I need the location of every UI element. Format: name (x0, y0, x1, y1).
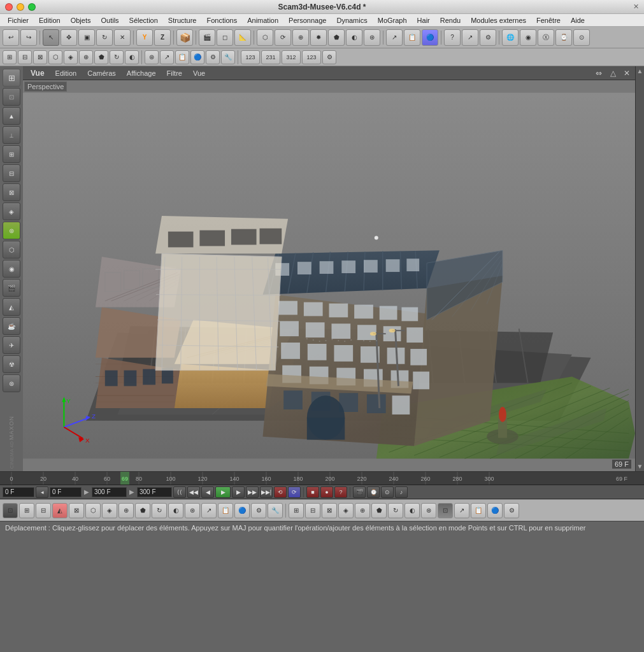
sidebar-mode-btn[interactable]: ⊞ (3, 69, 20, 87)
vp-menu-vue[interactable]: Vue (188, 66, 210, 80)
tb2-btn6[interactable]: ⊕ (79, 50, 93, 64)
tb2-btn9[interactable]: ◐ (125, 50, 139, 64)
sidebar-btn10[interactable]: ◉ (3, 260, 20, 278)
btb-btn20[interactable]: ⊠ (322, 503, 337, 518)
menu-mograph[interactable]: MoGraph (373, 14, 412, 26)
btb-btn7[interactable]: ◈ (102, 503, 117, 518)
min-frame-field[interactable] (137, 487, 172, 497)
sidebar-btn9[interactable]: ⬡ (3, 241, 20, 259)
layout-btn[interactable]: ↗ (462, 29, 478, 46)
vp-expand-icon[interactable]: ⇔ (593, 67, 605, 79)
tb2-btn11[interactable]: ↗ (160, 50, 174, 64)
menu-personnage[interactable]: Personnage (283, 14, 331, 26)
tb2-btn5[interactable]: ◈ (64, 50, 78, 64)
btb-btn28[interactable]: ↗ (454, 503, 469, 518)
btb-btn22[interactable]: ⊕ (355, 503, 370, 518)
sidebar-btn15[interactable]: ☢ (3, 355, 20, 373)
menu-modules[interactable]: Modules externes (466, 14, 531, 26)
btb-btn4[interactable]: ◭ (52, 503, 68, 518)
sidebar-btn13[interactable]: ☕ (3, 317, 20, 335)
coord-xyz-btn[interactable]: 123 (241, 50, 260, 64)
tb2-btn4[interactable]: ⬡ (48, 50, 62, 64)
btb-btn3[interactable]: ⊟ (36, 503, 51, 518)
render-all[interactable]: 📋 (404, 29, 420, 46)
y-tool[interactable]: Y (136, 29, 153, 46)
menu-animation[interactable]: Animation (242, 14, 283, 26)
sidebar-btn12[interactable]: ◭ (3, 298, 20, 316)
vp-close-icon[interactable]: ✕ (621, 67, 633, 79)
btb-btn1[interactable]: ⊡ (3, 503, 18, 518)
btb-btn8[interactable]: ⊕ (118, 503, 134, 518)
menu-objets[interactable]: Objets (66, 14, 96, 26)
3d-viewport[interactable]: Perspective (23, 80, 635, 471)
material-btn[interactable]: ◉ (520, 29, 536, 46)
menu-rendu[interactable]: Rendu (435, 14, 466, 26)
tb2-btn12[interactable]: 📋 (175, 50, 189, 64)
tb2-btn3[interactable]: ⊠ (33, 50, 47, 64)
start-frame-field[interactable] (50, 487, 82, 497)
btb-btn9[interactable]: ⬟ (135, 503, 150, 518)
record-btn[interactable]: ⟲ (274, 486, 287, 498)
close-button[interactable] (5, 3, 13, 11)
btb-btn19[interactable]: ⊟ (305, 503, 320, 518)
vp-menu-cameras[interactable]: Caméras (82, 66, 121, 80)
coord-xyz-btn2[interactable]: 231 (261, 50, 280, 64)
paint-tool[interactable]: ◐ (346, 29, 362, 46)
next-step[interactable]: ▶ (232, 486, 245, 498)
nurbs-tool[interactable]: ⊕ (292, 29, 309, 46)
btb-btn17[interactable]: 🔧 (268, 503, 283, 518)
tb2-btn1[interactable]: ⊞ (3, 50, 17, 64)
minimize-button[interactable] (17, 3, 24, 11)
sidebar-btn7[interactable]: ◈ (3, 202, 20, 220)
next-frame[interactable]: ▶▶ (246, 486, 259, 498)
go-to-start[interactable]: ⟨⟨ (173, 486, 186, 498)
btb-btn30[interactable]: 🔵 (487, 503, 503, 518)
prev-step[interactable]: ◀ (201, 486, 214, 498)
floor-tool[interactable]: 📐 (234, 29, 251, 46)
rotate-tool[interactable]: ↻ (96, 29, 113, 46)
menu-outils[interactable]: Outils (96, 14, 124, 26)
btb-btn13[interactable]: ↗ (201, 503, 217, 518)
menu-dynamics[interactable]: Dynamics (331, 14, 372, 26)
scroll-up-icon[interactable]: ▲ (637, 67, 643, 74)
sidebar-btn8[interactable]: ⊛ (3, 222, 20, 239)
camera-tool[interactable]: 🎬 (199, 29, 215, 46)
delete-tool[interactable]: ✕ (114, 29, 131, 46)
timeline-open[interactable]: ⌚ (367, 486, 380, 498)
vp-maximize-icon[interactable]: △ (607, 67, 619, 79)
btb-btn14[interactable]: 📋 (218, 503, 233, 518)
settings-btn[interactable]: ⚙ (480, 29, 496, 46)
undo-button[interactable]: ↩ (3, 29, 19, 46)
btb-btn5[interactable]: ⊠ (69, 503, 84, 518)
sidebar-btn16[interactable]: ⊛ (3, 374, 20, 392)
menu-hair[interactable]: Hair (412, 14, 435, 26)
go-to-end[interactable]: ▶▶| (260, 486, 273, 498)
light-tool[interactable]: ◻ (217, 29, 233, 46)
xpresso-btn[interactable]: Ⓧ (538, 29, 554, 46)
question-btn[interactable]: ? (444, 29, 461, 46)
sound-btn[interactable]: ♪ (395, 486, 408, 498)
tb2-settings[interactable]: ⚙ (322, 50, 336, 64)
menu-selection[interactable]: Sélection (124, 14, 163, 26)
loop-btn[interactable]: ⟳ (288, 486, 301, 498)
select-tool[interactable]: ↖ (43, 29, 59, 46)
sidebar-btn4[interactable]: ⊞ (3, 145, 20, 163)
powerslider[interactable]: ⊙ (381, 486, 394, 498)
btb-btn27[interactable]: ⊡ (438, 503, 453, 518)
render-region[interactable]: ↗ (386, 29, 403, 46)
cube-tool[interactable]: 📦 (176, 29, 193, 46)
end-frame-field[interactable] (92, 487, 127, 497)
menu-fonctions[interactable]: Fonctions (201, 14, 242, 26)
scroll-down-icon[interactable]: ▼ (637, 463, 643, 470)
motion-btn[interactable]: ⊙ (573, 29, 590, 46)
btb-btn18[interactable]: ⊞ (289, 503, 304, 518)
tb2-btn15[interactable]: 🔧 (221, 50, 235, 64)
btb-btn25[interactable]: ◐ (404, 503, 420, 518)
btb-btn23[interactable]: ⬟ (371, 503, 387, 518)
sidebar-btn5[interactable]: ⊟ (3, 164, 20, 182)
spline-tool[interactable]: ✸ (310, 29, 327, 46)
menu-fichier[interactable]: Fichier (3, 14, 34, 26)
stop-btn[interactable]: ■ (306, 486, 319, 498)
auto-key-btn[interactable]: ? (334, 486, 347, 498)
menu-aide[interactable]: Aide (566, 14, 590, 26)
